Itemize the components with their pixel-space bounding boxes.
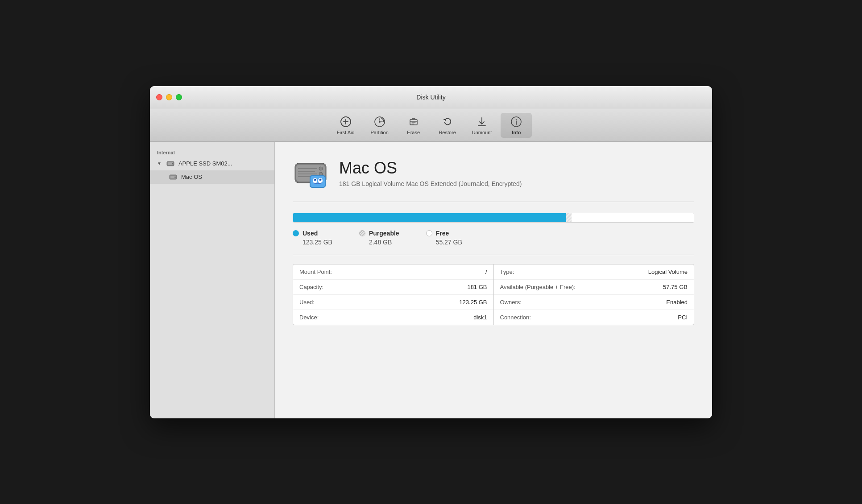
svg-point-12 [172, 163, 173, 164]
sidebar-item-apple-ssd-label: APPLE SSD SM02... [178, 160, 232, 167]
svg-point-3 [379, 121, 381, 123]
used-detail-val: 123.25 GB [459, 299, 487, 306]
legend-purgeable: Purgeable 2.48 GB [359, 230, 399, 246]
sidebar-item-apple-ssd[interactable]: ▼ APPLE SSD SM02... [150, 157, 274, 170]
info-label: Info [512, 130, 521, 135]
svg-point-30 [315, 179, 316, 180]
legend: Used 123.25 GB Purgeable 2.48 GB [293, 230, 694, 246]
purgeable-dot [359, 230, 365, 236]
window-title: Disk Utility [416, 94, 445, 101]
sidebar-section-internal: Internal [150, 147, 274, 157]
restore-icon [441, 116, 454, 128]
detail-type: Type: Logical Volume [494, 264, 694, 280]
free-label: Free [436, 230, 449, 237]
device-key: Device: [299, 314, 319, 321]
type-val: Logical Volume [648, 269, 688, 275]
volume-name: Mac OS [339, 159, 522, 178]
device-val: disk1 [473, 314, 487, 321]
type-key: Type: [500, 269, 514, 275]
erase-label: Erase [407, 130, 420, 135]
volume-info: Mac OS 181 GB Logical Volume Mac OS Exte… [339, 159, 522, 187]
chevron-down-icon: ▼ [157, 161, 162, 166]
svg-point-23 [319, 172, 323, 176]
unmount-icon [476, 116, 488, 128]
used-key: Used: [299, 299, 315, 306]
bar-purgeable [566, 213, 572, 222]
capacity-val: 181 GB [467, 284, 487, 290]
used-dot [293, 230, 299, 236]
capacity-bar-container: Used 123.25 GB Purgeable 2.48 GB [293, 213, 694, 246]
detail-device: Device: disk1 [293, 310, 493, 325]
disk-icon [166, 159, 175, 168]
info-button[interactable]: Info [501, 113, 532, 138]
svg-point-8 [516, 119, 517, 120]
detail-connection: Connection: PCI [494, 310, 694, 325]
capacity-key: Capacity: [299, 284, 323, 290]
sidebar-item-mac-os-label: Mac OS [181, 174, 202, 180]
bar-used [293, 213, 566, 222]
content-area: Internal ▼ APPLE SSD SM02... [150, 142, 712, 418]
info-icon [510, 116, 522, 128]
mount-point-key: Mount Point: [299, 269, 332, 275]
volume-description: 181 GB Logical Volume Mac OS Extended (J… [339, 180, 522, 187]
svg-point-15 [174, 176, 176, 178]
detail-owners: Owners: Enabled [494, 295, 694, 310]
partition-label: Partition [370, 130, 388, 135]
detail-used: Used: 123.25 GB [293, 295, 493, 310]
first-aid-label: First Aid [337, 130, 355, 135]
restore-label: Restore [439, 130, 456, 135]
used-value: 123.25 GB [293, 239, 332, 246]
svg-rect-25 [311, 176, 325, 187]
restore-button[interactable]: Restore [432, 113, 463, 138]
sidebar: Internal ▼ APPLE SSD SM02... [150, 142, 275, 418]
details-table: Mount Point: / Capacity: 181 GB Used: 12… [293, 264, 694, 325]
detail-capacity: Capacity: 181 GB [293, 280, 493, 295]
close-button[interactable] [156, 94, 162, 100]
erase-icon [407, 116, 420, 128]
maximize-button[interactable] [176, 94, 182, 100]
divider [293, 255, 694, 255]
volume-icon-small [169, 173, 178, 182]
owners-key: Owners: [500, 299, 522, 306]
owners-val: Enabled [666, 299, 688, 306]
main-content: Mac OS 181 GB Logical Volume Mac OS Exte… [275, 142, 712, 418]
sidebar-item-mac-os[interactable]: Mac OS [150, 170, 274, 184]
erase-button[interactable]: Erase [398, 113, 429, 138]
partition-button[interactable]: Partition [364, 113, 395, 138]
unmount-button[interactable]: Unmount [466, 113, 498, 138]
connection-val: PCI [678, 314, 688, 321]
detail-available: Available (Purgeable + Free): 57.75 GB [494, 280, 694, 295]
unmount-label: Unmount [472, 130, 492, 135]
used-label: Used [303, 230, 318, 237]
free-value: 55.27 GB [426, 239, 462, 246]
details-col-left: Mount Point: / Capacity: 181 GB Used: 12… [293, 264, 494, 325]
detail-mount-point: Mount Point: / [293, 264, 493, 280]
purgeable-label: Purgeable [369, 230, 399, 237]
connection-key: Connection: [500, 314, 531, 321]
titlebar: Disk Utility [150, 86, 712, 109]
traffic-lights [156, 94, 182, 100]
legend-free: Free 55.27 GB [426, 230, 462, 246]
details-col-right: Type: Logical Volume Available (Purgeabl… [494, 264, 694, 325]
svg-point-22 [319, 167, 323, 170]
free-dot [426, 230, 432, 236]
mount-point-val: / [485, 269, 487, 275]
available-val: 57.75 GB [663, 284, 688, 290]
minimize-button[interactable] [166, 94, 172, 100]
capacity-bar [293, 213, 694, 223]
app-window: Disk Utility First Aid [150, 86, 712, 418]
first-aid-button[interactable]: First Aid [330, 113, 361, 138]
purgeable-value: 2.48 GB [359, 239, 399, 246]
volume-header: Mac OS 181 GB Logical Volume Mac OS Exte… [293, 155, 694, 202]
bar-free [572, 213, 694, 222]
first-aid-icon [340, 116, 352, 128]
partition-icon [373, 116, 386, 128]
volume-large-icon [293, 155, 328, 191]
svg-point-31 [320, 179, 321, 180]
available-key: Available (Purgeable + Free): [500, 284, 576, 290]
toolbar: First Aid Partition [150, 109, 712, 142]
legend-used: Used 123.25 GB [293, 230, 332, 246]
